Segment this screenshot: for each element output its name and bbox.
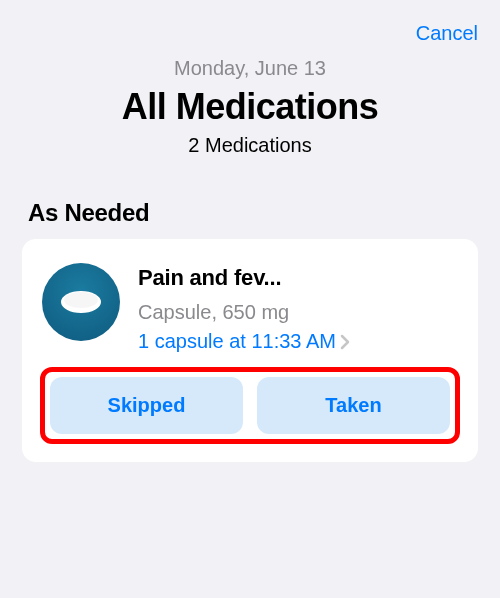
medication-count: 2 Medications [20, 134, 480, 157]
medication-detail: Capsule, 650 mg [138, 301, 458, 324]
medication-row: Pain and fev... Capsule, 650 mg 1 capsul… [42, 263, 458, 353]
log-entry-button[interactable]: 1 capsule at 11:33 AM [138, 330, 458, 353]
action-buttons: Skipped Taken [42, 369, 458, 442]
medication-name: Pain and fev... [138, 265, 458, 291]
svg-point-1 [64, 292, 98, 308]
log-entry-text: 1 capsule at 11:33 AM [138, 330, 336, 353]
chevron-right-icon [340, 334, 351, 350]
header: Monday, June 13 All Medications 2 Medica… [0, 51, 500, 173]
medication-info: Pain and fev... Capsule, 650 mg 1 capsul… [138, 263, 458, 353]
skipped-button[interactable]: Skipped [50, 377, 243, 434]
date-label: Monday, June 13 [20, 57, 480, 80]
page-title: All Medications [20, 86, 480, 128]
medication-log-sheet: Cancel Monday, June 13 All Medications 2… [0, 0, 500, 598]
nav-bar: Cancel [0, 8, 500, 51]
cancel-button[interactable]: Cancel [416, 22, 478, 45]
pill-icon [42, 263, 120, 341]
taken-button[interactable]: Taken [257, 377, 450, 434]
section-as-needed-label: As Needed [0, 173, 500, 239]
medication-card: Pain and fev... Capsule, 650 mg 1 capsul… [22, 239, 478, 462]
